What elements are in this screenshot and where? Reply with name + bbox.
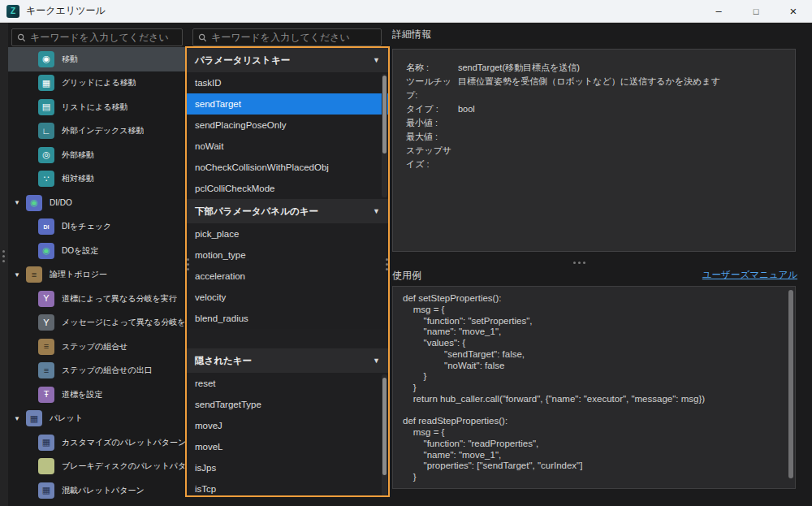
mixed-pallet-icon: ▦ bbox=[38, 482, 54, 499]
main-area: ◉ 移動 ▦ グリッドによる移動 ▤ リストによる移動 ∟ 外部インデックス移動… bbox=[0, 23, 812, 506]
close-button[interactable]: × bbox=[775, 0, 812, 22]
drag-handle-icon[interactable] bbox=[187, 258, 189, 261]
scrollbar-thumb[interactable] bbox=[382, 378, 387, 475]
scrollbar[interactable] bbox=[382, 74, 387, 197]
chevron-down-icon[interactable]: ▼ bbox=[373, 56, 380, 64]
key-item-motion-type[interactable]: motion_type bbox=[187, 244, 388, 266]
app-logo-icon: Z bbox=[6, 5, 19, 18]
sidebar-item-external-move[interactable]: ◎ 外部移動 bbox=[8, 143, 185, 167]
key-item-sendtarget-selected[interactable]: sendTarget bbox=[187, 93, 388, 115]
maximize-button[interactable]: □ bbox=[737, 0, 775, 22]
check-di-icon: DI bbox=[38, 218, 54, 235]
detail-row-max: 最大値 : bbox=[406, 130, 782, 144]
drag-handle-icon[interactable] bbox=[386, 258, 388, 261]
key-item-acceleration[interactable]: acceleration bbox=[187, 266, 388, 287]
key-item-blend-radius[interactable]: blend_radius bbox=[187, 308, 388, 329]
key-query-tool-window: Z キークエリツール – □ × ◉ 移動 ▦ bbox=[0, 0, 812, 506]
sidebar-item-check-di[interactable]: DI DIをチェック bbox=[8, 215, 185, 240]
section-header-parameter-list-keys[interactable]: パラメータリストキー ▼ bbox=[187, 48, 388, 72]
sidebar-item-step-combination[interactable]: ≡ ステップの組合せ bbox=[8, 335, 185, 359]
sidebar-item-step-combination-exit[interactable]: ≡ ステップの組合せの出口 bbox=[8, 359, 185, 383]
keys-highlight-box: パラメータリストキー ▼ taskID sendTarget sendPlaci… bbox=[185, 46, 390, 497]
details-box: 名称 : sendTarget(移動目標点を送信) ツールチップ: 目標位置姿勢… bbox=[392, 49, 796, 252]
usage-example-box: def setStepProperties(): msg = { "functi… bbox=[392, 286, 796, 489]
sidebar-group-pallet[interactable]: ▼ ▦ パレット bbox=[8, 407, 185, 431]
pallet-icon: ▦ bbox=[26, 410, 42, 426]
detail-row-name: 名称 : sendTarget(移動目標点を送信) bbox=[406, 61, 782, 75]
usage-code: def setStepProperties(): msg = { "functi… bbox=[403, 293, 785, 483]
list-move-icon: ▤ bbox=[38, 99, 54, 115]
set-do-icon: ◉ bbox=[38, 243, 54, 259]
key-item-isjps[interactable]: isJps bbox=[187, 457, 388, 478]
parameter-key-list: taskID sendTarget sendPlacingPoseOnly no… bbox=[187, 72, 388, 199]
bottom-panel-key-list: pick_place motion_type acceleration velo… bbox=[187, 223, 388, 329]
key-item-istcp[interactable]: isTcp bbox=[187, 478, 388, 497]
detail-row-min: 最小値 : bbox=[406, 116, 782, 130]
key-item-taskid[interactable]: taskID bbox=[187, 72, 388, 93]
sidebar-item-branch-by-message[interactable]: Y メッセージによって異なる分岐を実行 bbox=[8, 311, 185, 335]
sidebar-item-grid-move[interactable]: ▦ グリッドによる移動 bbox=[8, 71, 185, 96]
relative-move-icon: ∵ bbox=[38, 171, 54, 187]
sidebar-item-brake-disc-pallet-pattern[interactable]: ブレーキディスクのパレットパターン bbox=[8, 455, 185, 479]
keys-panel: パラメータリストキー ▼ taskID sendTarget sendPlaci… bbox=[185, 23, 391, 506]
sidebar-item-set-signpost[interactable]: Ŧ 道標を設定 bbox=[8, 383, 185, 407]
key-search-input[interactable] bbox=[211, 32, 381, 43]
key-item-nowait[interactable]: noWait bbox=[187, 136, 388, 157]
custom-pallet-icon: ▦ bbox=[38, 435, 54, 451]
sidebar-item-external-index-move[interactable]: ∟ 外部インデックス移動 bbox=[8, 119, 185, 144]
window-title: キークエリツール bbox=[26, 4, 106, 18]
step-tree-panel: ◉ 移動 ▦ グリッドによる移動 ▤ リストによる移動 ∟ 外部インデックス移動… bbox=[8, 23, 185, 506]
search-icon bbox=[198, 33, 207, 42]
sidebar-item-mixed-pallet-pattern[interactable]: ▦ 混載パレットパターン bbox=[8, 478, 185, 503]
branch-by-signpost-icon: Y bbox=[38, 291, 54, 307]
drag-handle-icon[interactable] bbox=[2, 250, 5, 253]
user-manual-link[interactable]: ユーザーズマニュアル bbox=[702, 269, 797, 281]
key-item-movel[interactable]: moveL bbox=[187, 436, 388, 457]
brake-disc-pallet-icon bbox=[38, 458, 54, 474]
section-header-hidden-keys[interactable]: 隠されたキー ▼ bbox=[187, 348, 388, 373]
section-header-bottom-parameter-panel-keys[interactable]: 下部パラメータパネルのキー ▼ bbox=[187, 199, 388, 223]
key-item-nocheckcollision[interactable]: noCheckCollisionWithPlacedObj bbox=[187, 157, 388, 178]
scrollbar[interactable] bbox=[382, 374, 387, 497]
step-search-box[interactable] bbox=[11, 28, 183, 46]
chevron-down-icon[interactable]: ▼ bbox=[373, 207, 380, 215]
logic-topology-icon: ≡ bbox=[26, 266, 42, 283]
left-splitter[interactable] bbox=[0, 23, 8, 506]
chevron-down-icon[interactable]: ▼ bbox=[373, 357, 380, 365]
detail-row-type: タイプ : bool bbox=[406, 102, 782, 116]
key-item-movej[interactable]: moveJ bbox=[187, 415, 388, 436]
sidebar-item-branch-by-signpost[interactable]: Y 道標によって異なる分岐を実行 bbox=[8, 287, 185, 311]
key-item-reset[interactable]: reset bbox=[187, 373, 388, 394]
set-signpost-icon: Ŧ bbox=[38, 387, 54, 403]
key-item-sendtargettype[interactable]: sendTargetType bbox=[187, 394, 388, 415]
branch-by-message-icon: Y bbox=[38, 314, 54, 331]
step-combination-icon: ≡ bbox=[38, 339, 54, 355]
chevron-down-icon[interactable]: ▼ bbox=[14, 199, 26, 206]
chevron-down-icon[interactable]: ▼ bbox=[14, 415, 26, 422]
scrollbar-thumb[interactable] bbox=[788, 290, 793, 478]
step-tree: ◉ 移動 ▦ グリッドによる移動 ▤ リストによる移動 ∟ 外部インデックス移動… bbox=[8, 47, 185, 506]
drag-handle-icon[interactable] bbox=[573, 262, 576, 264]
key-search-box[interactable] bbox=[192, 28, 382, 46]
window-controls: – □ × bbox=[700, 0, 812, 22]
chevron-down-icon[interactable]: ▼ bbox=[14, 271, 26, 279]
key-item-velocity[interactable]: velocity bbox=[187, 287, 388, 308]
sidebar-group-di-do[interactable]: ▼ ◉ DI/DO bbox=[8, 191, 185, 215]
hidden-key-list: reset sendTargetType moveJ moveL isJps i… bbox=[187, 373, 388, 497]
di-do-icon: ◉ bbox=[26, 195, 42, 211]
sidebar-group-logic-topology[interactable]: ▼ ≡ 論理トポロジー bbox=[8, 263, 185, 288]
move-icon: ◉ bbox=[38, 51, 54, 67]
external-index-move-icon: ∟ bbox=[38, 123, 54, 139]
key-item-pclcollicheckmode[interactable]: pclColliCheckMode bbox=[187, 178, 388, 199]
sidebar-item-custom-pallet-pattern[interactable]: ▦ カスタマイズのパレットパターン bbox=[8, 430, 185, 455]
section-gap bbox=[187, 329, 388, 348]
sidebar-item-move[interactable]: ◉ 移動 bbox=[8, 47, 185, 71]
key-item-pick-place[interactable]: pick_place bbox=[187, 223, 388, 244]
minimize-button[interactable]: – bbox=[700, 0, 737, 22]
scrollbar-thumb[interactable] bbox=[382, 76, 387, 154]
sidebar-item-set-do[interactable]: ◉ DOを設定 bbox=[8, 239, 185, 263]
step-search-input[interactable] bbox=[30, 32, 182, 43]
sidebar-item-list-move[interactable]: ▤ リストによる移動 bbox=[8, 95, 185, 119]
key-item-sendplacingposeonly[interactable]: sendPlacingPoseOnly bbox=[187, 115, 388, 136]
sidebar-item-relative-move[interactable]: ∵ 相対移動 bbox=[8, 167, 185, 192]
